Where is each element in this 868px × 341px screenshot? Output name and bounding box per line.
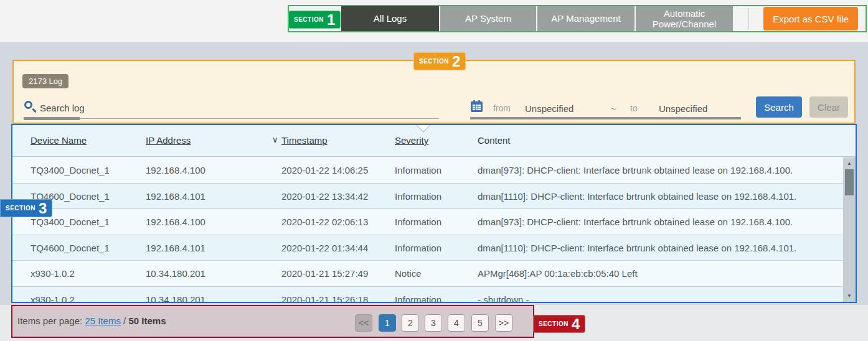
cell-ip-address: 192.168.4.100 (146, 217, 205, 227)
tab-ap-system[interactable]: AP System (440, 6, 536, 31)
column-header-timestamp[interactable]: Timestamp (281, 135, 328, 146)
calendar-icon[interactable] (470, 100, 483, 113)
cell-ip-address: 10.34.180.201 (146, 294, 205, 302)
tab-all-logs[interactable]: All Logs (341, 6, 439, 31)
cell-timestamp: 2020-01-22 01:34:44 (281, 242, 368, 253)
page-button-2[interactable]: 2 (402, 314, 419, 332)
column-header-content: Content (478, 135, 511, 146)
cell-timestamp: 2020-01-22 14:06:25 (281, 165, 368, 175)
cell-ip-address: 192.168.4.101 (146, 190, 205, 201)
vertical-scrollbar[interactable]: ▲ ▼ (843, 157, 856, 302)
cell-device-name: x930-1.0.2 (31, 294, 75, 302)
log-count-badge: 2173 Log (22, 74, 68, 88)
table-row[interactable]: x930-1.0.2 10.34.180.201 2020-01-21 15:2… (12, 287, 843, 302)
table-row[interactable]: x930-1.0.2 10.34.180.201 2020-01-21 15:2… (12, 261, 843, 287)
column-header-device-name[interactable]: Device Name (31, 135, 87, 146)
search-icon (24, 101, 32, 109)
tab-label: AP Management (551, 13, 620, 24)
tab-label: All Logs (374, 13, 407, 24)
tab-label: AP System (465, 13, 511, 24)
items-per-page-label: Items per page: (17, 315, 82, 326)
cell-timestamp: 2020-01-22 13:34:42 (281, 190, 368, 201)
clear-button[interactable]: Clear (809, 96, 848, 118)
table-row[interactable]: TQ3400_Docnet_1 192.168.4.100 2020-01-22… (12, 209, 843, 235)
section-3-badge: SECTION 3 (0, 199, 52, 217)
export-csv-button[interactable]: Export as CSV file (763, 7, 858, 30)
table-row[interactable]: TQ3400_Docnet_1 192.168.4.100 2020-01-22… (12, 157, 843, 184)
scroll-up-icon[interactable]: ▲ (843, 159, 856, 168)
column-header-severity[interactable]: Severity (395, 135, 428, 146)
cell-timestamp: 2020-01-21 15:27:49 (281, 268, 368, 279)
cell-timestamp: 2020-01-22 02:06:13 (281, 217, 368, 227)
cell-severity: Information (395, 190, 441, 201)
tab-automatic-power-channel[interactable]: Automatic Power/Channel (636, 6, 733, 31)
section-1-badge: SECTION 1 (288, 11, 341, 29)
date-to-field[interactable]: Unspecified (659, 103, 707, 114)
cell-timestamp: 2020-01-21 15:26:18 (281, 294, 368, 302)
section-2-badge: SECTION 2 (413, 52, 466, 70)
next-page-button[interactable]: >> (495, 314, 512, 332)
items-separator: / (121, 315, 129, 326)
items-per-page: Items per page: 25 Items / 50 Items (17, 315, 166, 326)
cell-severity: Notice (395, 268, 422, 279)
search-log-input[interactable]: Search log (40, 103, 85, 113)
date-from-label: from (493, 103, 511, 113)
page-button-1[interactable]: 1 (379, 314, 396, 332)
cell-severity: Information (395, 242, 441, 253)
search-input-underline (24, 118, 439, 119)
tab-ap-management[interactable]: AP Management (537, 6, 634, 31)
search-input-underline-accent (24, 117, 80, 120)
cell-content: dman[1110]: DHCP-client: Interface brtru… (478, 190, 796, 201)
sort-descending-icon[interactable]: ∨ (272, 135, 278, 144)
log-table: Device Name IP Address ∨ Timestamp Sever… (12, 125, 856, 302)
cell-content: - shutdown - (478, 294, 529, 302)
tab-label: Automatic Power/Channel (644, 8, 724, 30)
cell-content: APMgr[468]:AP 00:1a:eb:cb:05:40 Left (478, 268, 638, 279)
cell-device-name: x930-1.0.2 (31, 268, 75, 279)
cell-device-name: TQ3400_Docnet_1 (31, 217, 110, 227)
cell-content: dman[973]: DHCP-client: Interface brtrun… (478, 165, 793, 175)
total-items-label: 50 Items (128, 315, 166, 326)
search-button[interactable]: Search (756, 96, 802, 118)
date-range-separator: ~ (611, 103, 616, 114)
cell-severity: Information (395, 294, 441, 302)
page-button-5[interactable]: 5 (471, 314, 489, 332)
date-fields-underline (470, 117, 741, 119)
scrollbar-thumb[interactable] (845, 169, 854, 195)
cell-ip-address: 192.168.4.100 (146, 165, 205, 175)
page-size-link[interactable]: 25 Items (85, 315, 121, 326)
cell-severity: Information (395, 165, 441, 175)
cell-ip-address: 192.168.4.101 (146, 242, 205, 253)
column-header-ip-address[interactable]: IP Address (146, 135, 191, 146)
cell-severity: Information (395, 217, 441, 227)
panel-pointer-notch (411, 125, 436, 133)
table-row[interactable]: TQ4600_Docnet_1 192.168.4.101 2020-01-22… (12, 235, 843, 261)
prev-page-button[interactable]: << (355, 314, 372, 332)
table-body: TQ3400_Docnet_1 192.168.4.100 2020-01-22… (12, 157, 856, 302)
cell-content: dman[1110]: DHCP-client: Interface brtru… (478, 242, 796, 253)
section-4-badge: SECTION 4 (533, 315, 585, 333)
scroll-down-icon[interactable]: ▼ (843, 291, 856, 301)
cell-content: dman[973]: DHCP-client: Interface brtrun… (478, 217, 793, 227)
page-button-4[interactable]: 4 (448, 314, 465, 332)
date-to-label: to (630, 103, 638, 113)
pagination-bar: Items per page: 25 Items / 50 Items << 1… (12, 306, 533, 337)
table-row[interactable]: TQ4600_Docnet_1 192.168.4.101 2020-01-22… (12, 184, 843, 210)
cell-ip-address: 10.34.180.201 (146, 268, 205, 279)
cell-device-name: TQ4600_Docnet_1 (31, 242, 110, 253)
log-viewer-screen: All Logs AP System AP Management Automat… (0, 0, 868, 341)
cell-device-name: TQ3400_Docnet_1 (31, 165, 110, 175)
table-header-row: Device Name IP Address ∨ Timestamp Sever… (12, 125, 856, 157)
page-button-3[interactable]: 3 (425, 314, 442, 332)
toolbar-divider (748, 8, 749, 29)
date-from-field[interactable]: Unspecified (525, 103, 573, 114)
